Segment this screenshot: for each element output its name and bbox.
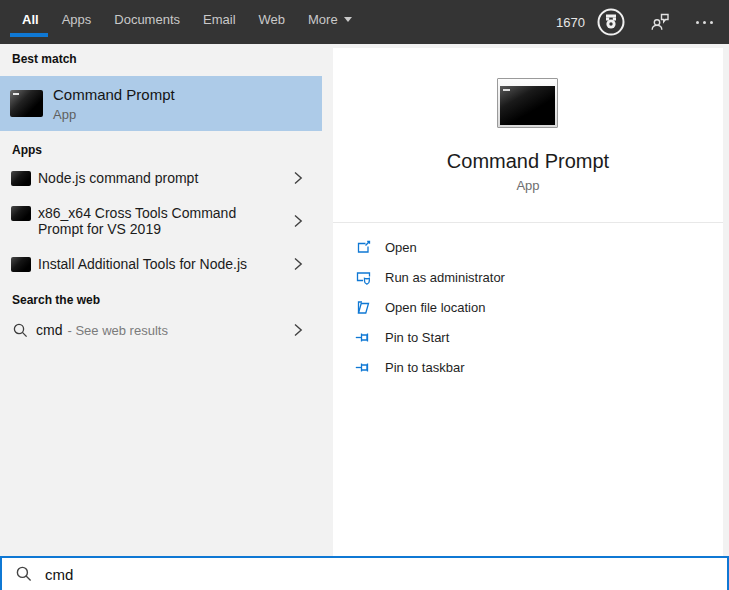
command-prompt-large-icon [497,78,558,128]
search-icon [12,322,29,339]
preview-type: App [333,178,723,193]
action-pin-to-taskbar[interactable]: Pin to taskbar [333,352,723,382]
result-label: Node.js command prompt [38,170,198,186]
action-run-as-administrator[interactable]: Run as administrator [333,262,723,292]
apps-header: Apps [12,143,42,157]
results-panel: Best match Command Prompt App Apps Node.… [0,44,322,556]
tab-email[interactable]: Email [203,0,236,44]
search-input[interactable] [45,566,727,583]
result-web-search-cmd[interactable]: cmd - See web results [0,312,322,348]
tab-documents[interactable]: Documents [114,0,180,44]
admin-shield-icon [355,269,372,286]
tab-web[interactable]: Web [259,0,286,44]
tab-more-label: More [308,12,338,27]
best-match-header: Best match [12,52,77,66]
terminal-icon [11,257,31,272]
more-options-icon[interactable] [696,21,713,24]
result-command-prompt[interactable]: Command Prompt App [0,76,322,131]
web-query: cmd [36,322,62,338]
rewards-medal-icon[interactable] [596,7,626,37]
terminal-icon [11,171,31,186]
preview-title: Command Prompt [333,150,723,173]
command-prompt-icon [10,90,43,117]
result-title: Command Prompt [53,86,175,103]
rewards-points: 1670 [556,15,585,30]
tab-all[interactable]: All [22,0,39,44]
action-label: Open [385,240,417,255]
open-icon [355,239,372,256]
taskbar-search-box[interactable] [0,556,729,590]
file-location-icon [355,299,372,316]
tab-more[interactable]: More [308,0,352,44]
result-label: x86_x64 Cross Tools Command Prompt for V… [38,205,268,237]
chevron-right-icon[interactable] [293,256,303,272]
action-open-file-location[interactable]: Open file location [333,292,723,322]
filter-tabs: All Apps Documents Email Web More [0,0,352,44]
result-nodejs-command-prompt[interactable]: Node.js command prompt [0,160,322,196]
tab-all-label: All [22,12,39,27]
search-icon [15,565,33,583]
action-pin-to-start[interactable]: Pin to Start [333,322,723,352]
chevron-right-icon[interactable] [293,213,303,229]
chevron-down-icon [344,17,352,22]
action-open[interactable]: Open [333,232,723,262]
feedback-icon[interactable] [649,11,671,33]
pin-to-start-icon [355,329,372,346]
result-x86-x64-cross-tools[interactable]: x86_x64 Cross Tools Command Prompt for V… [0,196,322,246]
tab-email-label: Email [203,12,236,27]
tab-apps-label: Apps [62,12,92,27]
action-list: Open Run as administrator Open file loca… [333,232,723,382]
preview-panel: Command Prompt App Open Run as administr… [333,48,723,556]
search-filter-bar: All Apps Documents Email Web More 1670 [0,0,729,44]
result-label: Install Additional Tools for Node.js [38,256,247,272]
result-type: App [53,107,175,122]
action-label: Run as administrator [385,270,505,285]
divider [333,222,723,223]
action-label: Pin to Start [385,330,449,345]
chevron-right-icon[interactable] [293,322,303,338]
tab-documents-label: Documents [114,12,180,27]
tab-apps[interactable]: Apps [62,0,92,44]
web-suffix: - See web results [67,323,167,338]
action-label: Pin to taskbar [385,360,465,375]
search-the-web-header: Search the web [12,293,100,307]
action-label: Open file location [385,300,485,315]
terminal-icon [11,206,31,221]
tab-web-label: Web [259,12,286,27]
pin-to-taskbar-icon [355,359,372,376]
result-install-additional-tools[interactable]: Install Additional Tools for Node.js [0,246,322,282]
chevron-right-icon[interactable] [293,170,303,186]
